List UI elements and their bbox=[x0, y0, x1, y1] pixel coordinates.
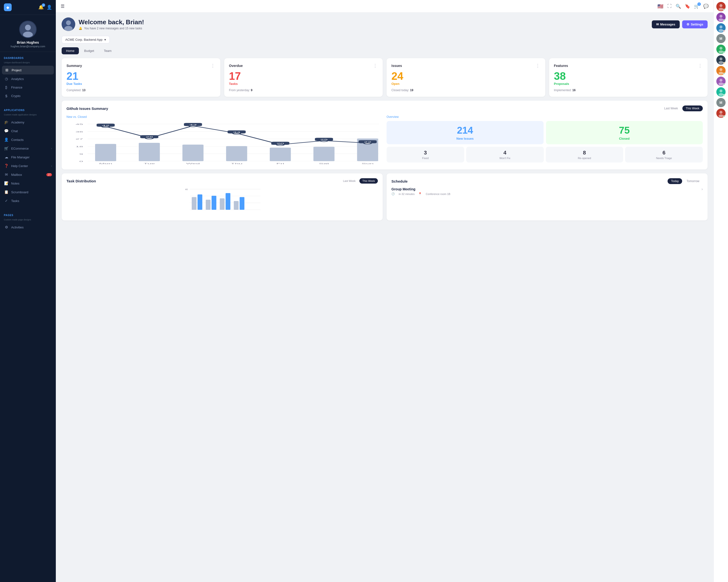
nav-item-badge: 27 bbox=[46, 173, 52, 176]
nav-section-label: APPLICATIONS bbox=[0, 108, 56, 113]
sidebar-item-notes[interactable]: 📝Notes bbox=[0, 179, 56, 188]
tab-home[interactable]: Home bbox=[62, 47, 79, 54]
stat-label: Won't Fix bbox=[468, 157, 542, 160]
fullscreen-icon[interactable]: ⛶ bbox=[667, 4, 672, 9]
notifications-icon[interactable]: 🔔 3 bbox=[38, 5, 44, 10]
sidebar-item-file-manager[interactable]: ☁File Manager bbox=[0, 153, 56, 162]
card-sub: Implemented: 16 bbox=[554, 88, 703, 92]
tab-team[interactable]: Team bbox=[100, 47, 116, 54]
schedule-location: Conference room 1B bbox=[426, 193, 450, 195]
user-menu-icon[interactable]: 👤 bbox=[47, 5, 52, 10]
right-sidebar-avatar[interactable] bbox=[717, 45, 726, 54]
online-status-dot bbox=[723, 73, 725, 75]
right-sidebar-avatar[interactable] bbox=[717, 87, 726, 96]
card-menu-icon[interactable]: ⋮ bbox=[698, 63, 703, 68]
bookmark-icon[interactable]: 🔖 bbox=[685, 4, 690, 9]
svg-text:Fri: Fri bbox=[277, 163, 284, 165]
nav-item-label: Notes bbox=[11, 182, 19, 185]
svg-text:Mon: Mon bbox=[99, 163, 112, 165]
schedule-time: in 32 minutes bbox=[399, 193, 414, 195]
sidebar-item-crypto[interactable]: $Crypto bbox=[0, 92, 56, 100]
right-sidebar-avatar[interactable] bbox=[717, 2, 726, 11]
schedule-title: Schedule bbox=[391, 179, 408, 183]
nav-item-icon: ❓ bbox=[4, 164, 9, 168]
sidebar-item-ecommerce[interactable]: 🛒ECommerce› bbox=[0, 144, 56, 153]
github-lastweek-toggle[interactable]: Last Week bbox=[661, 106, 681, 111]
sidebar-header: ◆ 🔔 3 👤 bbox=[0, 0, 56, 15]
sidebar-item-tasks[interactable]: ✓Tasks bbox=[0, 196, 56, 205]
svg-point-76 bbox=[720, 47, 722, 50]
taskdist-thisweek[interactable]: This Week bbox=[359, 178, 378, 184]
welcome-section: Welcome back, Brian! 🔔 You have 2 new me… bbox=[62, 18, 708, 31]
top-bar: ☰ 🇺🇸 ⛶ 🔍 🔖 🛒 5 💬 bbox=[56, 0, 713, 12]
svg-point-67 bbox=[720, 4, 722, 7]
card-title: Summary bbox=[67, 64, 82, 68]
nav-item-label: Academy bbox=[11, 120, 24, 124]
project-selector[interactable]: ACME Corp. Backend App ▾ bbox=[62, 36, 110, 44]
cart-icon[interactable]: 🛒 5 bbox=[694, 4, 699, 9]
schedule-tomorrow[interactable]: Tomorrow bbox=[683, 178, 703, 184]
right-sidebar-avatar[interactable] bbox=[717, 66, 726, 75]
right-sidebar-avatar[interactable]: M bbox=[717, 98, 726, 107]
tab-budget[interactable]: Budget bbox=[80, 47, 99, 54]
right-sidebar-avatar[interactable] bbox=[717, 23, 726, 32]
github-stat-needs-triage: 6 Needs Triage bbox=[625, 147, 703, 163]
chevron-right-icon: › bbox=[51, 147, 52, 150]
sidebar-item-mailbox[interactable]: ✉Mailbox27 bbox=[0, 170, 56, 179]
settings-button[interactable]: ⚙ Settings bbox=[682, 20, 708, 28]
overview-label: Overview bbox=[387, 115, 703, 118]
welcome-subtitle: 🔔 You have 2 new messages and 15 new tas… bbox=[79, 27, 144, 30]
right-sidebar-avatar[interactable]: M bbox=[717, 34, 726, 43]
sidebar-item-help-center[interactable]: ❓Help Center› bbox=[0, 162, 56, 170]
flag-icon[interactable]: 🇺🇸 bbox=[657, 3, 664, 9]
nav-item-icon: ✓ bbox=[4, 199, 9, 203]
chart-label: New vs. Closed bbox=[67, 115, 383, 118]
sidebar-item-scrumboard[interactable]: 📋Scrumboard bbox=[0, 188, 56, 196]
svg-rect-59 bbox=[198, 194, 202, 210]
card-menu-icon[interactable]: ⋮ bbox=[536, 63, 540, 68]
nav-item-icon: ☁ bbox=[4, 155, 9, 159]
card-title: Overdue bbox=[229, 64, 243, 68]
right-sidebar-avatar[interactable] bbox=[717, 77, 726, 86]
sidebar-item-academy[interactable]: 🎓Academy bbox=[0, 118, 56, 127]
app-logo[interactable]: ◆ bbox=[4, 3, 11, 11]
svg-point-79 bbox=[720, 57, 722, 60]
stat-num: 3 bbox=[389, 149, 462, 156]
nav-item-label: Chat bbox=[11, 129, 18, 133]
task-dist-title: Task Distribution bbox=[67, 179, 96, 183]
sidebar-item-project[interactable]: ⊞Project bbox=[2, 66, 54, 75]
stat-num: 6 bbox=[627, 149, 701, 156]
svg-text:Sat: Sat bbox=[319, 163, 329, 165]
clock-icon: 🕐 bbox=[391, 192, 395, 195]
card-menu-icon[interactable]: ⋮ bbox=[211, 63, 215, 68]
svg-rect-61 bbox=[212, 196, 216, 210]
search-icon[interactable]: 🔍 bbox=[676, 4, 681, 9]
messages-button[interactable]: ✉ Messages bbox=[652, 20, 680, 28]
nav-item-label: Help Center bbox=[11, 164, 28, 168]
right-sidebar-avatar[interactable] bbox=[717, 12, 726, 22]
svg-text:42: 42 bbox=[102, 124, 109, 126]
sidebar-item-chat[interactable]: 💬Chat bbox=[0, 127, 56, 135]
taskdist-lastweek[interactable]: Last Week bbox=[340, 178, 358, 184]
sidebar: ◆ 🔔 3 👤 Brian Hughes hughes.brian@compan… bbox=[0, 0, 56, 582]
sidebar-item-contacts[interactable]: 👤Contacts bbox=[0, 135, 56, 144]
sidebar-item-finance[interactable]: ₿Finance bbox=[0, 83, 56, 92]
card-value: 24 bbox=[391, 71, 540, 82]
svg-point-86 bbox=[719, 82, 723, 85]
menu-icon[interactable]: ☰ bbox=[61, 4, 64, 9]
nav-section-sublabel: Custom made application designs bbox=[0, 113, 56, 118]
right-sidebar-avatar[interactable] bbox=[717, 55, 726, 64]
svg-point-91 bbox=[720, 111, 722, 114]
chat-icon[interactable]: 💬 bbox=[703, 4, 709, 9]
github-stat-re-opened: 8 Re-opened bbox=[546, 147, 623, 163]
card-menu-icon[interactable]: ⋮ bbox=[373, 63, 378, 68]
sidebar-item-analytics[interactable]: ◷Analytics bbox=[0, 75, 56, 83]
right-sidebar-avatar[interactable] bbox=[717, 109, 726, 118]
schedule-today[interactable]: Today bbox=[668, 178, 682, 184]
nav-item-icon: 🛒 bbox=[4, 146, 9, 150]
stat-label: Needs Triage bbox=[627, 157, 701, 160]
sidebar-item-activities[interactable]: ⚙Activities bbox=[0, 223, 56, 231]
github-thisweek-toggle[interactable]: This Week bbox=[682, 106, 703, 111]
card-value: 21 bbox=[67, 71, 215, 82]
svg-point-85 bbox=[720, 79, 722, 82]
